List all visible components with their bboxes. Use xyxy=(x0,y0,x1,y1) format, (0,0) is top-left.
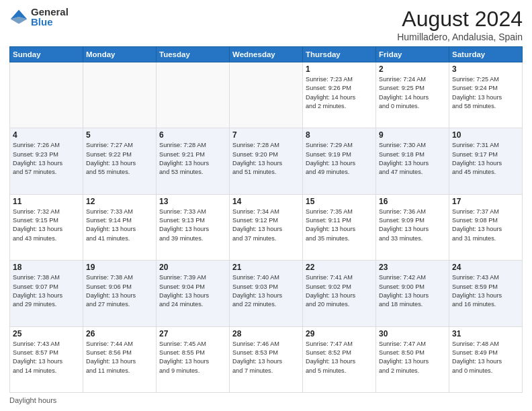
day-info: Sunrise: 7:39 AM Sunset: 9:04 PM Dayligh… xyxy=(159,273,226,309)
day-number: 2 xyxy=(379,64,446,74)
title-block: August 2024 Humilladero, Andalusia, Spai… xyxy=(397,7,523,42)
logo-icon xyxy=(9,7,28,26)
calendar-cell: 1Sunrise: 7:23 AM Sunset: 9:26 PM Daylig… xyxy=(303,62,376,128)
day-info: Sunrise: 7:28 AM Sunset: 9:20 PM Dayligh… xyxy=(232,141,300,177)
calendar-cell xyxy=(83,62,157,128)
day-info: Sunrise: 7:47 AM Sunset: 8:50 PM Dayligh… xyxy=(379,340,446,375)
calendar-cell: 27Sunrise: 7:45 AM Sunset: 8:55 PM Dayli… xyxy=(157,326,230,392)
day-number: 3 xyxy=(452,64,519,74)
header-row: SundayMondayTuesdayWednesdayThursdayFrid… xyxy=(10,47,523,62)
calendar-subtitle: Humilladero, Andalusia, Spain xyxy=(397,32,523,42)
day-number: 19 xyxy=(86,263,153,272)
logo-general: General xyxy=(31,7,69,17)
day-number: 29 xyxy=(306,329,373,338)
calendar-cell: 26Sunrise: 7:44 AM Sunset: 8:56 PM Dayli… xyxy=(83,326,157,392)
header-day-saturday: Saturday xyxy=(449,47,523,62)
header-day-wednesday: Wednesday xyxy=(230,47,303,62)
day-info: Sunrise: 7:43 AM Sunset: 8:59 PM Dayligh… xyxy=(452,273,519,309)
header-day-sunday: Sunday xyxy=(10,47,83,62)
calendar-cell: 21Sunrise: 7:40 AM Sunset: 9:03 PM Dayli… xyxy=(230,261,303,326)
day-info: Sunrise: 7:38 AM Sunset: 9:06 PM Dayligh… xyxy=(86,273,153,309)
week-row-1: 1Sunrise: 7:23 AM Sunset: 9:26 PM Daylig… xyxy=(10,62,523,128)
calendar-cell: 15Sunrise: 7:35 AM Sunset: 9:11 PM Dayli… xyxy=(303,194,376,260)
header-day-friday: Friday xyxy=(376,47,449,62)
calendar-cell: 29Sunrise: 7:47 AM Sunset: 8:52 PM Dayli… xyxy=(303,326,376,392)
day-info: Sunrise: 7:27 AM Sunset: 9:22 PM Dayligh… xyxy=(86,141,153,177)
calendar-cell: 9Sunrise: 7:30 AM Sunset: 9:18 PM Daylig… xyxy=(376,128,449,194)
day-info: Sunrise: 7:29 AM Sunset: 9:19 PM Dayligh… xyxy=(306,141,373,177)
header-day-thursday: Thursday xyxy=(303,47,376,62)
calendar-cell: 23Sunrise: 7:42 AM Sunset: 9:00 PM Dayli… xyxy=(376,261,449,326)
day-info: Sunrise: 7:32 AM Sunset: 9:15 PM Dayligh… xyxy=(13,208,80,243)
day-number: 31 xyxy=(452,329,519,338)
day-info: Sunrise: 7:37 AM Sunset: 9:08 PM Dayligh… xyxy=(452,208,519,243)
day-number: 7 xyxy=(232,130,300,140)
day-number: 4 xyxy=(13,130,80,140)
day-info: Sunrise: 7:44 AM Sunset: 8:56 PM Dayligh… xyxy=(86,340,153,375)
day-info: Sunrise: 7:31 AM Sunset: 9:17 PM Dayligh… xyxy=(452,141,519,177)
day-info: Sunrise: 7:46 AM Sunset: 8:53 PM Dayligh… xyxy=(232,340,300,375)
calendar-cell: 10Sunrise: 7:31 AM Sunset: 9:17 PM Dayli… xyxy=(449,128,523,194)
daylight-label: Daylight hours xyxy=(9,396,56,404)
calendar-cell: 16Sunrise: 7:36 AM Sunset: 9:09 PM Dayli… xyxy=(376,194,449,260)
calendar-cell: 4Sunrise: 7:26 AM Sunset: 9:23 PM Daylig… xyxy=(10,128,83,194)
day-number: 11 xyxy=(13,197,80,206)
day-number: 21 xyxy=(232,263,300,272)
header-day-monday: Monday xyxy=(83,47,157,62)
header: General Blue August 2024 Humilladero, An… xyxy=(9,7,523,42)
day-number: 20 xyxy=(159,263,226,272)
calendar-cell: 5Sunrise: 7:27 AM Sunset: 9:22 PM Daylig… xyxy=(83,128,157,194)
calendar-cell xyxy=(157,62,230,128)
day-info: Sunrise: 7:43 AM Sunset: 8:57 PM Dayligh… xyxy=(13,340,80,375)
header-day-tuesday: Tuesday xyxy=(157,47,230,62)
calendar-title: August 2024 xyxy=(397,7,523,32)
day-number: 8 xyxy=(306,130,373,140)
calendar-cell xyxy=(230,62,303,128)
calendar-cell: 12Sunrise: 7:33 AM Sunset: 9:14 PM Dayli… xyxy=(83,194,157,260)
day-info: Sunrise: 7:36 AM Sunset: 9:09 PM Dayligh… xyxy=(379,208,446,243)
footer: Daylight hours xyxy=(9,396,523,404)
day-info: Sunrise: 7:34 AM Sunset: 9:12 PM Dayligh… xyxy=(232,208,300,243)
day-info: Sunrise: 7:33 AM Sunset: 9:13 PM Dayligh… xyxy=(159,208,226,243)
calendar-cell: 30Sunrise: 7:47 AM Sunset: 8:50 PM Dayli… xyxy=(376,326,449,392)
calendar-header: SundayMondayTuesdayWednesdayThursdayFrid… xyxy=(10,47,523,62)
day-number: 25 xyxy=(13,329,80,338)
day-number: 27 xyxy=(159,329,226,338)
calendar-cell: 31Sunrise: 7:48 AM Sunset: 8:49 PM Dayli… xyxy=(449,326,523,392)
week-row-4: 18Sunrise: 7:38 AM Sunset: 9:07 PM Dayli… xyxy=(10,261,523,326)
day-info: Sunrise: 7:38 AM Sunset: 9:07 PM Dayligh… xyxy=(13,273,80,309)
calendar-cell: 28Sunrise: 7:46 AM Sunset: 8:53 PM Dayli… xyxy=(230,326,303,392)
calendar-cell: 11Sunrise: 7:32 AM Sunset: 9:15 PM Dayli… xyxy=(10,194,83,260)
calendar-cell: 17Sunrise: 7:37 AM Sunset: 9:08 PM Dayli… xyxy=(449,194,523,260)
day-number: 15 xyxy=(306,197,373,206)
day-info: Sunrise: 7:28 AM Sunset: 9:21 PM Dayligh… xyxy=(159,141,226,177)
calendar-cell: 8Sunrise: 7:29 AM Sunset: 9:19 PM Daylig… xyxy=(303,128,376,194)
week-row-2: 4Sunrise: 7:26 AM Sunset: 9:23 PM Daylig… xyxy=(10,128,523,194)
day-number: 9 xyxy=(379,130,446,140)
day-info: Sunrise: 7:47 AM Sunset: 8:52 PM Dayligh… xyxy=(306,340,373,375)
calendar-cell: 6Sunrise: 7:28 AM Sunset: 9:21 PM Daylig… xyxy=(157,128,230,194)
day-number: 24 xyxy=(452,263,519,272)
calendar-cell: 22Sunrise: 7:41 AM Sunset: 9:02 PM Dayli… xyxy=(303,261,376,326)
calendar-cell: 18Sunrise: 7:38 AM Sunset: 9:07 PM Dayli… xyxy=(10,261,83,326)
calendar-cell: 20Sunrise: 7:39 AM Sunset: 9:04 PM Dayli… xyxy=(157,261,230,326)
calendar-cell: 14Sunrise: 7:34 AM Sunset: 9:12 PM Dayli… xyxy=(230,194,303,260)
day-info: Sunrise: 7:30 AM Sunset: 9:18 PM Dayligh… xyxy=(379,141,446,177)
calendar-cell: 2Sunrise: 7:24 AM Sunset: 9:25 PM Daylig… xyxy=(376,62,449,128)
day-info: Sunrise: 7:33 AM Sunset: 9:14 PM Dayligh… xyxy=(86,208,153,243)
calendar-table: SundayMondayTuesdayWednesdayThursdayFrid… xyxy=(9,46,523,393)
day-info: Sunrise: 7:42 AM Sunset: 9:00 PM Dayligh… xyxy=(379,273,446,309)
calendar-cell: 3Sunrise: 7:25 AM Sunset: 9:24 PM Daylig… xyxy=(449,62,523,128)
week-row-3: 11Sunrise: 7:32 AM Sunset: 9:15 PM Dayli… xyxy=(10,194,523,260)
day-info: Sunrise: 7:48 AM Sunset: 8:49 PM Dayligh… xyxy=(452,340,519,375)
day-info: Sunrise: 7:45 AM Sunset: 8:55 PM Dayligh… xyxy=(159,340,226,375)
calendar-body: 1Sunrise: 7:23 AM Sunset: 9:26 PM Daylig… xyxy=(10,62,523,393)
day-number: 6 xyxy=(159,130,226,140)
logo-blue: Blue xyxy=(31,17,69,27)
calendar-cell: 19Sunrise: 7:38 AM Sunset: 9:06 PM Dayli… xyxy=(83,261,157,326)
day-info: Sunrise: 7:25 AM Sunset: 9:24 PM Dayligh… xyxy=(452,75,519,111)
day-info: Sunrise: 7:26 AM Sunset: 9:23 PM Dayligh… xyxy=(13,141,80,177)
day-info: Sunrise: 7:41 AM Sunset: 9:02 PM Dayligh… xyxy=(306,273,373,309)
page: General Blue August 2024 Humilladero, An… xyxy=(0,0,532,411)
day-number: 16 xyxy=(379,197,446,206)
